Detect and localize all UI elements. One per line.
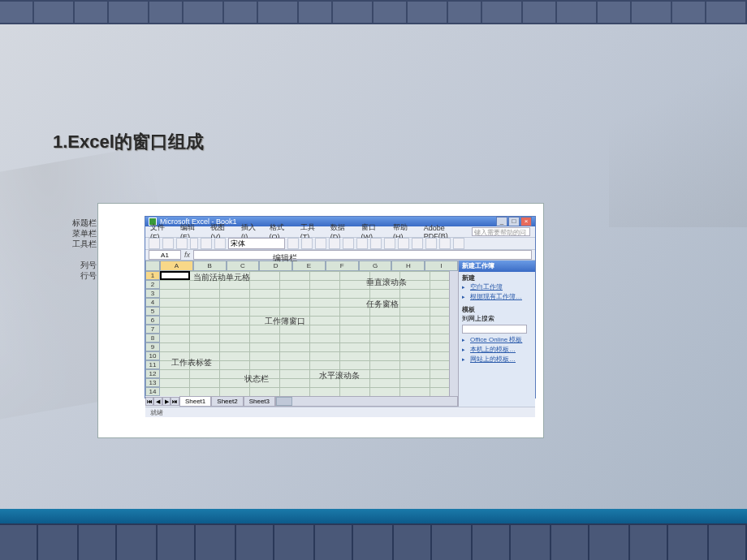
sheet-area: A B C D E F G H I 1 2 3 4 5 (145, 261, 458, 407)
col-C[interactable]: C (227, 261, 260, 271)
active-cell[interactable] (160, 271, 190, 280)
annot-vscroll: 垂直滚动条 (366, 277, 407, 288)
vertical-scrollbar[interactable] (449, 271, 458, 396)
toolbar-more-icon[interactable] (453, 238, 464, 249)
toolbar-italic-icon[interactable] (301, 238, 313, 249)
annot-hscroll: 水平滚动条 (319, 370, 360, 381)
select-all-corner[interactable] (145, 261, 160, 271)
label-colheader: 列号 (80, 261, 97, 270)
close-button[interactable]: × (520, 217, 532, 226)
col-H[interactable]: H (391, 261, 425, 271)
row-10[interactable]: 10 (145, 351, 160, 360)
maximize-button[interactable]: □ (508, 217, 520, 226)
col-F[interactable]: F (326, 261, 359, 271)
label-rowheader: 行号 (80, 271, 97, 281)
hscroll-row: ⏮ ◀ ▶ ⏭ Sheet1 Sheet2 Sheet3 (145, 396, 458, 407)
row-2[interactable]: 2 (145, 280, 160, 289)
row-14[interactable]: 14 (145, 387, 160, 396)
background-watermark-right (609, 24, 747, 227)
row-8[interactable]: 8 (145, 334, 160, 342)
toolbar-align-right-icon[interactable] (356, 238, 368, 249)
hscroll-thumb[interactable] (276, 397, 292, 406)
col-G[interactable]: G (359, 261, 392, 271)
tab-nav-next-icon[interactable]: ▶ (162, 397, 171, 406)
row-5[interactable]: 5 (145, 307, 160, 316)
tp-office-online[interactable]: Office Online 模板 (462, 335, 532, 345)
excel-figure: 标题栏 菜单栏 工具栏 列号 行号 Microsoft Excel - Book… (97, 203, 544, 438)
toolbar-currency-icon[interactable] (384, 238, 395, 249)
label-toolbar: 工具栏 (72, 239, 97, 249)
toolbar-bold-icon[interactable] (287, 238, 299, 249)
help-search-box[interactable]: 键入需要帮助的问题 (472, 227, 530, 236)
tab-sheet1[interactable]: Sheet1 (179, 396, 211, 407)
row-12[interactable]: 12 (145, 369, 160, 378)
toolbar-percent-icon[interactable] (398, 238, 409, 249)
toolbar-preview-icon[interactable] (214, 238, 226, 249)
fx-button[interactable]: fx (184, 251, 190, 259)
tp-blank-workbook[interactable]: 空白工作簿 (462, 282, 532, 292)
toolbar-fillcolor-icon[interactable] (425, 238, 437, 249)
col-A[interactable]: A (160, 261, 193, 271)
annot-statusbar: 状态栏 (244, 373, 269, 385)
annot-activecell: 当前活动单元格 (193, 272, 250, 283)
annot-taskpane: 任务窗格 (366, 299, 399, 310)
toolbar-align-left-icon[interactable] (329, 238, 340, 249)
label-titlebar: 标题栏 (72, 218, 97, 228)
row-headers: 1 2 3 4 5 6 7 8 9 10 11 12 13 14 (145, 271, 160, 396)
col-E[interactable]: E (292, 261, 326, 271)
decorative-blue-band (0, 509, 747, 523)
toolbar-print-icon[interactable] (201, 238, 212, 249)
toolbar-align-center-icon[interactable] (343, 238, 354, 249)
decorative-border-bottom (0, 523, 747, 560)
toolbar-sep (190, 238, 198, 249)
row-13[interactable]: 13 (145, 378, 160, 387)
tab-nav-prev-icon[interactable]: ◀ (153, 397, 162, 406)
horizontal-scrollbar[interactable] (275, 396, 458, 407)
tab-sheet2[interactable]: Sheet2 (211, 396, 243, 407)
annot-workarea: 工作簿窗口 (265, 316, 305, 327)
taskpane-header[interactable]: 新建工作簿 (459, 261, 535, 272)
minimize-button[interactable]: _ (496, 217, 507, 226)
col-B[interactable]: B (193, 261, 227, 271)
decorative-border-top (0, 0, 747, 24)
tab-nav-last-icon[interactable]: ⏭ (171, 397, 179, 406)
annot-formulabar: 编辑栏 (273, 252, 297, 264)
toolbar: 宋体 (145, 238, 535, 250)
toolbar-fontcolor-icon[interactable] (439, 238, 451, 249)
row-11[interactable]: 11 (145, 360, 160, 369)
row-6[interactable]: 6 (145, 316, 160, 325)
row-7[interactable]: 7 (145, 325, 160, 334)
menubar: 文件(F) 编辑(E) 视图(V) 插入(I) 格式(O) 工具(T) 数据(D… (145, 226, 535, 238)
toolbar-underline-icon[interactable] (315, 238, 326, 249)
formulabar: A1 fx (145, 250, 535, 261)
tab-sheet3[interactable]: Sheet3 (244, 396, 275, 407)
name-box[interactable]: A1 (149, 250, 181, 260)
column-headers: A B C D E F G H I (145, 261, 458, 271)
col-I[interactable]: I (425, 261, 458, 271)
left-labels: 标题栏 菜单栏 工具栏 列号 行号 (67, 218, 97, 281)
row-9[interactable]: 9 (145, 342, 160, 351)
label-menubar: 菜单栏 (72, 229, 97, 239)
task-pane: 新建工作簿 新建 空白工作簿 根据现有工作簿… 模板 到网上搜索 Office … (458, 261, 535, 407)
font-combobox[interactable]: 宋体 (228, 238, 285, 249)
tp-search-label: 到网上搜索 (462, 314, 532, 323)
toolbar-save-icon[interactable] (176, 238, 188, 249)
row-4[interactable]: 4 (145, 298, 160, 307)
toolbar-merge-icon[interactable] (370, 238, 382, 249)
tp-web-templates[interactable]: 网站上的模板… (462, 355, 532, 364)
tp-section-templates: 模板 (462, 305, 532, 314)
tp-from-existing[interactable]: 根据现有工作簿… (462, 292, 532, 302)
toolbar-open-icon[interactable] (162, 238, 174, 249)
grid-rows: 1 2 3 4 5 6 7 8 9 10 11 12 13 14 (145, 271, 458, 396)
formula-input[interactable] (193, 250, 532, 260)
row-3[interactable]: 3 (145, 289, 160, 298)
tp-search-input[interactable] (462, 325, 527, 334)
annot-sheettab: 工作表标签 (171, 357, 212, 368)
tp-local-templates[interactable]: 本机上的模板… (462, 345, 532, 355)
cell-grid[interactable] (160, 271, 449, 396)
row-1[interactable]: 1 (145, 271, 160, 280)
tp-section-new: 新建 (462, 274, 532, 282)
tab-nav-first-icon[interactable]: ⏮ (145, 397, 153, 406)
toolbar-new-icon[interactable] (149, 238, 160, 249)
toolbar-borders-icon[interactable] (412, 238, 423, 249)
